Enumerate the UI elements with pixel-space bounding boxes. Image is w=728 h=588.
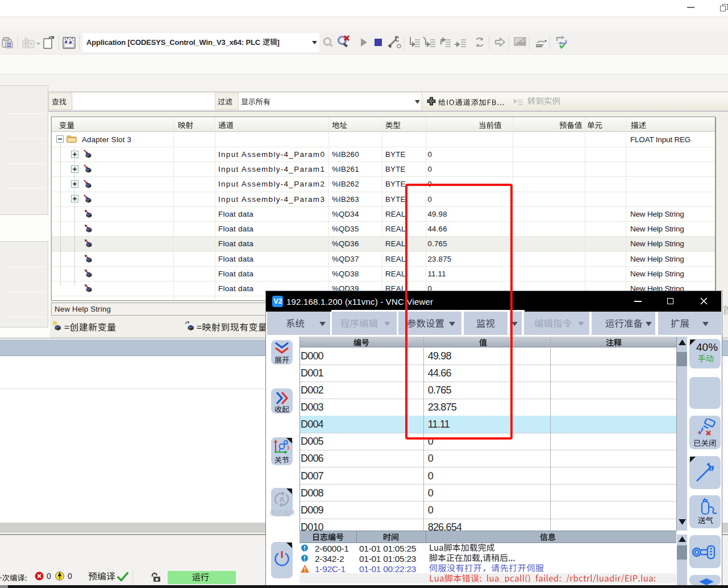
svg-text:A: A: [279, 495, 285, 504]
